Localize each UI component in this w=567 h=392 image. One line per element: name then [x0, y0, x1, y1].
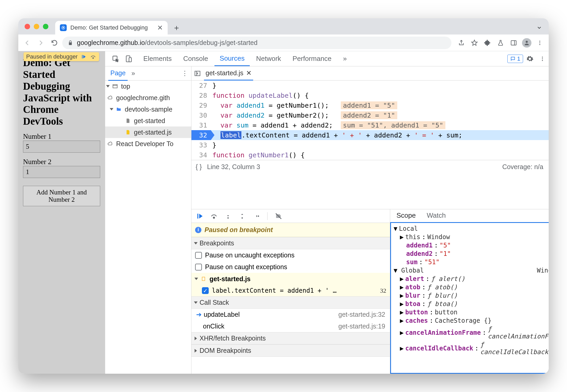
- bookmark-icon[interactable]: [469, 37, 480, 49]
- call-frame[interactable]: ➔updateLabelget-started.js:32: [191, 309, 390, 320]
- tab-console[interactable]: Console: [178, 51, 213, 66]
- scope-var[interactable]: ▶blur: ƒ blur(): [391, 291, 549, 300]
- navigator-pane: Page » ⋮ top googlechrome.gith devtools-…: [105, 66, 191, 374]
- extensions-icon[interactable]: [482, 37, 493, 49]
- close-window-button[interactable]: [25, 24, 30, 29]
- svg-point-1: [63, 27, 64, 28]
- minimize-window-button[interactable]: [34, 24, 39, 29]
- scope-var[interactable]: ▶caches: CacheStorage {}: [391, 316, 549, 325]
- call-frame[interactable]: onClickget-started.js:19: [191, 320, 390, 332]
- callstack-header[interactable]: Call Stack: [191, 296, 390, 309]
- issues-button[interactable]: 1: [507, 55, 523, 63]
- bp-pause-caught[interactable]: Pause on caught exceptions: [191, 261, 390, 273]
- editor-file-tab[interactable]: get-started.js ✕: [204, 66, 253, 80]
- scope-var[interactable]: ▶cancelAnimationFrame: ƒ cancelAnimation…: [391, 325, 549, 341]
- number2-label: Number 2: [23, 158, 100, 166]
- tab-watch[interactable]: Watch: [425, 209, 447, 222]
- nav-tab-overflow-icon[interactable]: »: [131, 70, 135, 77]
- scope-local[interactable]: ▼Local: [391, 224, 549, 233]
- devtools-kebab-icon[interactable]: [537, 53, 548, 65]
- deactivate-breakpoints-button[interactable]: [274, 212, 283, 220]
- step-button[interactable]: [252, 212, 260, 220]
- share-icon[interactable]: [456, 37, 467, 49]
- number2-input[interactable]: [23, 166, 100, 178]
- tree-extension[interactable]: React Developer To: [105, 138, 191, 149]
- tree-domain[interactable]: googlechrome.gith: [105, 92, 191, 103]
- paused-notice: iPaused on breakpoint: [191, 223, 390, 237]
- resume-button[interactable]: [196, 212, 204, 220]
- number1-input[interactable]: [23, 141, 100, 153]
- step-over-icon[interactable]: [90, 54, 97, 60]
- tabs-overflow-icon[interactable]: »: [338, 51, 352, 66]
- browser-tab[interactable]: Demo: Get Started Debugging ✕: [55, 21, 168, 34]
- profile-avatar[interactable]: [521, 37, 532, 49]
- folder-icon: [115, 105, 122, 113]
- back-button[interactable]: [21, 37, 33, 49]
- tab-menu-icon[interactable]: [534, 22, 545, 33]
- close-file-icon[interactable]: ✕: [246, 69, 252, 77]
- scope-var[interactable]: ▶cancelIdleCallback: ƒ cancelIdleCallbac…: [391, 341, 549, 356]
- tree-file-js[interactable]: get-started.js: [105, 126, 191, 138]
- breakpoints-header[interactable]: Breakpoints: [191, 237, 390, 249]
- editor-status-bar: { } Line 32, Column 3 Coverage: n/a: [191, 160, 549, 174]
- document-icon: [124, 117, 131, 125]
- tab-network[interactable]: Network: [251, 51, 286, 66]
- rendered-page: Paused in debugger Demo: Get Started Deb…: [18, 51, 105, 374]
- forward-button[interactable]: [35, 37, 47, 49]
- toggle-navigator-icon[interactable]: [194, 70, 201, 77]
- checkbox-checked-icon[interactable]: ✓: [202, 287, 209, 294]
- labs-icon[interactable]: [495, 37, 506, 49]
- tab-sources[interactable]: Sources: [214, 51, 250, 66]
- tab-title: Demo: Get Started Debugging: [70, 24, 154, 31]
- close-tab-icon[interactable]: ✕: [157, 24, 163, 32]
- side-panel-icon[interactable]: [508, 37, 519, 49]
- scope-global[interactable]: ▼ GlobalWindow: [391, 266, 549, 275]
- tree-file-html[interactable]: get-started: [105, 115, 191, 126]
- resume-icon[interactable]: [80, 54, 87, 60]
- tab-elements[interactable]: Elements: [138, 51, 177, 66]
- scope-var[interactable]: ▶atob: ƒ atob(): [391, 283, 549, 291]
- step-out-button[interactable]: [238, 212, 246, 220]
- devtools: Elements Console Sources Network Perform…: [105, 51, 549, 374]
- add-button[interactable]: Add Number 1 and Number 2: [23, 186, 100, 206]
- checkbox-icon[interactable]: [195, 264, 202, 270]
- scope-var[interactable]: ▶alert: ƒ alert(): [391, 275, 549, 283]
- tab-performance[interactable]: Performance: [287, 51, 337, 66]
- cursor-position: Line 32, Column 3: [207, 163, 260, 171]
- nav-kebab-icon[interactable]: ⋮: [182, 70, 188, 77]
- debug-controls: [191, 209, 390, 223]
- scope-var[interactable]: ▶this: Window: [391, 233, 549, 241]
- bp-file-row[interactable]: get-started.js: [191, 273, 390, 285]
- bp-pause-uncaught[interactable]: Pause on uncaught exceptions: [191, 249, 390, 261]
- scope-var[interactable]: addend1: "5": [391, 241, 549, 250]
- step-into-button[interactable]: [224, 212, 232, 220]
- scope-var[interactable]: ▶btoa: ƒ btoa(): [391, 300, 549, 308]
- bp-line-row[interactable]: ✓label.textContent = addend1 + ' …32: [191, 285, 390, 296]
- code-editor[interactable]: 27} 28function updateLabel() { 29 var ad…: [191, 80, 549, 160]
- tree-folder[interactable]: devtools-sample: [105, 103, 191, 115]
- dom-breakpoints-header[interactable]: DOM Breakpoints: [191, 344, 390, 357]
- settings-icon[interactable]: [524, 53, 536, 65]
- reload-button[interactable]: [49, 37, 60, 49]
- titlebar: Demo: Get Started Debugging ✕ ＋: [18, 18, 549, 34]
- inspect-icon[interactable]: [110, 53, 121, 65]
- paused-overlay: Paused in debugger: [24, 52, 99, 61]
- new-tab-button[interactable]: ＋: [171, 22, 182, 33]
- svg-point-13: [542, 58, 543, 59]
- kebab-menu-icon[interactable]: [534, 37, 546, 49]
- scope-var[interactable]: ▶button: button: [391, 308, 549, 316]
- tree-top[interactable]: top: [105, 80, 191, 92]
- scope-var[interactable]: addend2: "1": [391, 250, 549, 258]
- step-over-button[interactable]: [210, 212, 218, 220]
- xhr-breakpoints-header[interactable]: XHR/fetch Breakpoints: [191, 332, 390, 344]
- device-toggle-icon[interactable]: [123, 53, 134, 65]
- pretty-print-icon[interactable]: { }: [196, 163, 202, 171]
- tab-scope[interactable]: Scope: [395, 209, 417, 222]
- svg-rect-15: [113, 85, 117, 88]
- scope-var[interactable]: sum: "51": [391, 258, 549, 266]
- checkbox-icon[interactable]: [195, 252, 202, 259]
- omnibox[interactable]: googlechrome.github.io/devtools-samples/…: [62, 37, 451, 49]
- nav-tab-page[interactable]: Page: [108, 66, 128, 81]
- favicon-icon: [60, 24, 67, 31]
- fullscreen-window-button[interactable]: [43, 24, 48, 29]
